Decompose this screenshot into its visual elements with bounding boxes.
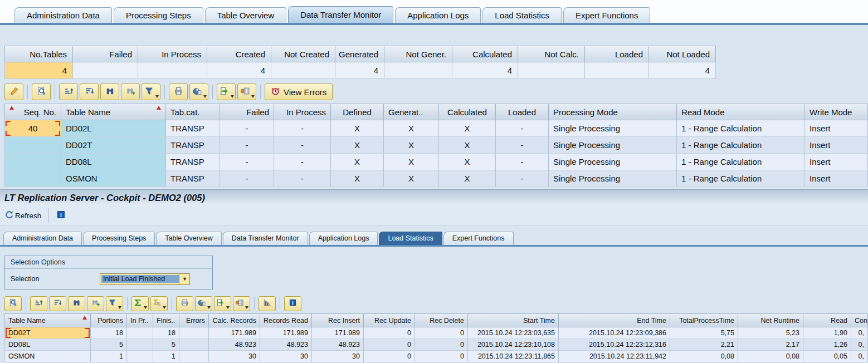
conver-cell[interactable]: 0, bbox=[851, 339, 868, 351]
conver-cell[interactable]: 0, bbox=[851, 351, 868, 362]
seq-no-cell[interactable] bbox=[4, 137, 61, 154]
processing-mode-cell[interactable]: Single Processing bbox=[549, 137, 677, 154]
summary-value-not-calc[interactable] bbox=[518, 62, 585, 79]
end-time-cell[interactable]: 2015.10.24 12:23:11,942 bbox=[559, 351, 670, 362]
in-process-cell[interactable]: - bbox=[274, 154, 331, 170]
summary-value-calculated[interactable]: 4 bbox=[452, 62, 518, 79]
tab2-administration-data[interactable]: Administration Data bbox=[3, 232, 82, 245]
defined-cell[interactable]: X bbox=[331, 170, 384, 187]
find-button[interactable] bbox=[100, 84, 119, 100]
table-name-cell[interactable]: DD08L bbox=[4, 339, 91, 351]
in-process-cell[interactable] bbox=[127, 351, 153, 362]
calculated-cell[interactable]: X bbox=[439, 170, 496, 187]
records-read-cell[interactable]: 171.989 bbox=[260, 327, 312, 339]
sort-descending-button[interactable] bbox=[49, 296, 66, 311]
stats-header-errors[interactable]: Errors bbox=[179, 313, 209, 327]
find-button[interactable] bbox=[68, 296, 85, 311]
stats-header-rec-update[interactable]: Rec Update bbox=[364, 313, 415, 327]
write-mode-cell[interactable]: Insert bbox=[805, 120, 868, 137]
processing-mode-cell[interactable]: Single Processing bbox=[549, 120, 677, 137]
table-name-cell[interactable]: DD02L bbox=[61, 120, 166, 137]
selected-cell-table-name[interactable]: DD02T bbox=[4, 327, 91, 339]
calculated-cell[interactable]: X bbox=[439, 120, 496, 137]
generated-cell[interactable]: X bbox=[384, 137, 439, 154]
monitor-header-failed[interactable]: Failed bbox=[220, 104, 274, 120]
tab2-load-statistics[interactable]: Load Statistics bbox=[379, 232, 442, 245]
table-name-cell[interactable]: DD08L bbox=[61, 154, 166, 170]
calculated-cell[interactable]: X bbox=[439, 154, 496, 170]
rec-delete-cell[interactable]: 0 bbox=[415, 351, 468, 362]
summary-value-no-tables[interactable]: 4 bbox=[4, 62, 73, 79]
view-errors-button[interactable]: View Errors bbox=[265, 84, 333, 100]
finished-cell[interactable]: 5 bbox=[153, 339, 179, 351]
generated-cell[interactable]: X bbox=[384, 170, 439, 187]
print-button[interactable] bbox=[176, 296, 193, 311]
summary-value-generated[interactable]: 4 bbox=[335, 62, 384, 79]
summary-value-not-gener[interactable] bbox=[384, 62, 452, 79]
portions-cell[interactable]: 18 bbox=[91, 327, 127, 339]
tab-load-statistics[interactable]: Load Statistics bbox=[482, 7, 562, 23]
choose-layout-button[interactable] bbox=[237, 84, 256, 100]
errors-cell[interactable] bbox=[179, 327, 209, 339]
finished-cell[interactable]: 18 bbox=[153, 327, 179, 339]
stats-header-in-process[interactable]: In Pr.. bbox=[127, 313, 153, 327]
tab-cat-cell[interactable]: TRANSP bbox=[166, 137, 220, 154]
tab-cat-cell[interactable]: TRANSP bbox=[166, 120, 220, 137]
failed-cell[interactable]: - bbox=[220, 154, 274, 170]
summary-value-not-loaded[interactable]: 4 bbox=[649, 62, 716, 79]
set-filter-button[interactable] bbox=[142, 84, 160, 100]
rec-delete-cell[interactable]: 0 bbox=[415, 339, 468, 351]
processing-mode-cell[interactable]: Single Processing bbox=[549, 154, 677, 170]
loaded-cell[interactable]: - bbox=[496, 137, 549, 154]
stats-header-records-read[interactable]: Records Read bbox=[260, 313, 312, 327]
tab2-expert-functions[interactable]: Expert Functions bbox=[443, 232, 514, 245]
stats-header-portions[interactable]: Portions bbox=[91, 313, 127, 327]
rec-insert-cell[interactable]: 171.989 bbox=[312, 327, 364, 339]
monitor-header-processing-mode[interactable]: Processing Mode bbox=[549, 104, 677, 120]
calc-records-cell[interactable]: 30 bbox=[209, 351, 260, 362]
sort-ascending-button[interactable] bbox=[30, 296, 47, 311]
export-button[interactable] bbox=[217, 84, 236, 100]
monitor-header-read-mode[interactable]: Read Mode bbox=[677, 104, 805, 120]
total-process-time-cell[interactable]: 0,08 bbox=[670, 351, 738, 362]
tab-application-logs[interactable]: Application Logs bbox=[395, 7, 481, 23]
rec-insert-cell[interactable]: 48.923 bbox=[312, 339, 364, 351]
monitor-header-in-process[interactable]: In Process bbox=[274, 104, 331, 120]
portions-cell[interactable]: 1 bbox=[91, 351, 127, 362]
end-time-cell[interactable]: 2015.10.24 12:23:09,386 bbox=[559, 327, 670, 339]
rec-update-cell[interactable]: 0 bbox=[364, 351, 415, 362]
errors-cell[interactable] bbox=[179, 339, 209, 351]
net-runtime-cell[interactable]: 2,17 bbox=[738, 339, 803, 351]
read-mode-cell[interactable]: 1 - Range Calculation bbox=[677, 137, 805, 154]
calculated-cell[interactable]: X bbox=[439, 137, 496, 154]
monitor-header-calculated[interactable]: Calculated bbox=[439, 104, 496, 120]
loaded-cell[interactable]: - bbox=[496, 120, 549, 137]
sum-button[interactable] bbox=[131, 296, 149, 311]
calc-records-cell[interactable]: 48.923 bbox=[209, 339, 260, 351]
read-cell[interactable]: 0,05 bbox=[803, 351, 851, 362]
display-details-button[interactable] bbox=[32, 84, 51, 100]
defined-cell[interactable]: X bbox=[331, 120, 384, 137]
total-process-time-cell[interactable]: 5,75 bbox=[670, 327, 738, 339]
generated-cell[interactable]: X bbox=[384, 154, 439, 170]
stats-header-calc-records[interactable]: Calc. Records bbox=[209, 313, 260, 327]
read-mode-cell[interactable]: 1 - Range Calculation bbox=[677, 154, 805, 170]
monitor-header-write-mode[interactable]: Write Mode bbox=[805, 104, 868, 120]
refresh-button[interactable]: Refresh bbox=[4, 210, 41, 221]
tab-cat-cell[interactable]: TRANSP bbox=[166, 154, 220, 170]
subtotal-button[interactable] bbox=[150, 296, 168, 311]
stats-header-total-process-time[interactable]: TotalProcessTime bbox=[670, 313, 738, 327]
in-process-cell[interactable]: - bbox=[274, 137, 331, 154]
info-button[interactable]: i bbox=[56, 210, 66, 221]
stats-header-table-name[interactable]: Table Name bbox=[4, 313, 91, 327]
tab-processing-steps[interactable]: Processing Steps bbox=[114, 7, 203, 23]
selected-cell-seq-no[interactable]: 40 bbox=[4, 120, 61, 137]
loaded-cell[interactable]: - bbox=[496, 170, 549, 187]
tab-cat-cell[interactable]: TRANSP bbox=[166, 170, 220, 187]
tab2-table-overview[interactable]: Table Overview bbox=[156, 232, 221, 245]
rec-update-cell[interactable]: 0 bbox=[364, 339, 415, 351]
total-process-time-cell[interactable]: 2,21 bbox=[670, 339, 738, 351]
stats-header-finished[interactable]: Finis.. bbox=[153, 313, 179, 327]
read-cell[interactable]: 1,90 bbox=[803, 327, 851, 339]
rec-insert-cell[interactable]: 30 bbox=[312, 351, 364, 362]
